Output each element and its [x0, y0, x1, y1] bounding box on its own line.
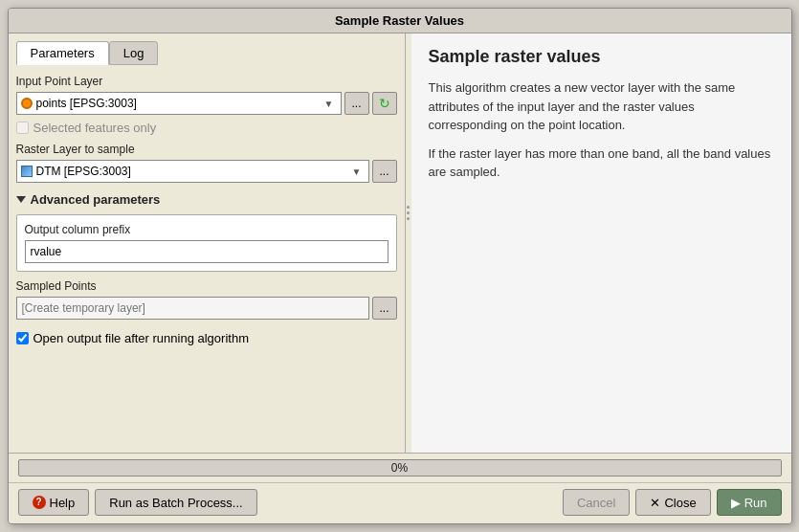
raster-layer-value: DTM [EPSG:3003]: [36, 165, 131, 178]
dialog-title: Sample Raster Values: [335, 13, 464, 28]
input-point-value: points [EPSG:3003]: [36, 97, 137, 110]
progress-area: 0%: [9, 453, 791, 482]
selected-features-checkbox[interactable]: [16, 122, 29, 134]
tabs: Parameters Log: [16, 41, 397, 65]
run-label: Run: [744, 496, 767, 510]
bottom-buttons: ? Help Run as Batch Process... Cancel ✕ …: [9, 482, 791, 523]
sampled-points-input[interactable]: [16, 297, 369, 320]
open-output-checkbox[interactable]: [16, 332, 29, 344]
input-point-layer-label: Input Point Layer: [16, 75, 397, 88]
advanced-header[interactable]: Advanced parameters: [16, 192, 397, 207]
tab-log[interactable]: Log: [109, 41, 159, 65]
dialog: Sample Raster Values Parameters Log Inpu…: [8, 8, 792, 524]
run-button[interactable]: ▶ Run: [717, 489, 782, 516]
help-para2: If the raster layer has more than one ba…: [429, 144, 774, 182]
sampled-points-row: ...: [16, 297, 397, 320]
input-point-row: points [EPSG:3003] ▼ ... ↻: [16, 92, 397, 115]
tab-parameters[interactable]: Parameters: [16, 41, 109, 65]
raster-combo-arrow-icon: ▼: [349, 166, 365, 177]
help-heading: Sample raster values: [429, 47, 774, 67]
combo-arrow-icon: ▼: [322, 99, 337, 109]
help-button[interactable]: ? Help: [18, 489, 90, 516]
sampled-points-browse-button[interactable]: ...: [372, 297, 397, 320]
input-point-browse-button[interactable]: ...: [344, 92, 369, 115]
selected-features-row: Selected features only: [16, 121, 397, 135]
cancel-label: Cancel: [577, 496, 615, 510]
raster-layer-browse-button[interactable]: ...: [372, 160, 397, 183]
input-point-refresh-button[interactable]: ↻: [372, 92, 397, 115]
point-layer-icon: [21, 98, 33, 109]
help-para1: This algorithm creates a new vector laye…: [429, 78, 774, 135]
advanced-label: Advanced parameters: [31, 192, 161, 207]
raster-layer-label: Raster Layer to sample: [16, 143, 397, 156]
close-icon: ✕: [650, 496, 660, 510]
help-icon: ?: [33, 496, 46, 509]
input-point-combo[interactable]: points [EPSG:3003] ▼: [16, 92, 342, 115]
main-content: Parameters Log Input Point Layer points …: [9, 33, 791, 453]
output-column-label: Output column prefix: [25, 223, 388, 236]
selected-features-label: Selected features only: [33, 121, 157, 135]
help-label: Help: [50, 496, 76, 510]
output-column-input[interactable]: [25, 240, 388, 263]
progress-bar-container: 0%: [18, 459, 782, 477]
run-batch-label: Run as Batch Process...: [109, 496, 242, 510]
close-label: Close: [664, 496, 696, 510]
raster-layer-icon: [21, 166, 33, 177]
raster-layer-combo[interactable]: DTM [EPSG:3003] ▼: [16, 160, 369, 183]
right-panel: Sample raster values This algorithm crea…: [411, 33, 791, 453]
run-icon: ▶: [731, 496, 741, 510]
advanced-collapse-icon: [16, 196, 26, 203]
open-output-row: Open output file after running algorithm: [16, 331, 397, 345]
title-bar: Sample Raster Values: [9, 9, 791, 33]
sampled-points-label: Sampled Points: [16, 279, 397, 293]
run-batch-button[interactable]: Run as Batch Process...: [95, 489, 256, 516]
bottom-right-buttons: Cancel ✕ Close ▶ Run: [563, 489, 782, 516]
cancel-button[interactable]: Cancel: [563, 489, 630, 516]
open-output-label: Open output file after running algorithm: [33, 331, 249, 345]
close-button[interactable]: ✕ Close: [635, 489, 710, 516]
raster-layer-row: DTM [EPSG:3003] ▼ ...: [16, 160, 397, 183]
left-panel: Parameters Log Input Point Layer points …: [9, 33, 406, 453]
progress-label: 0%: [19, 460, 781, 476]
advanced-section: Output column prefix: [16, 214, 397, 272]
bottom-left-buttons: ? Help Run as Batch Process...: [18, 489, 257, 516]
